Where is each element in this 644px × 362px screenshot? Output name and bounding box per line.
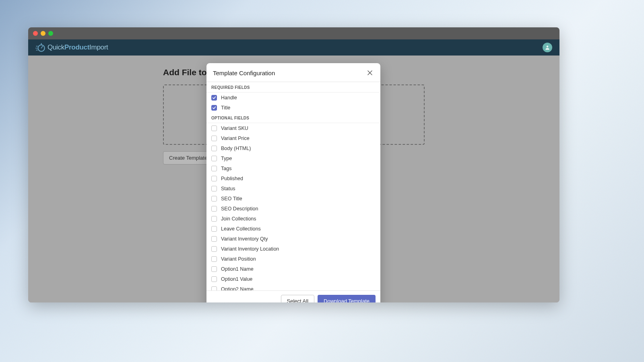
window-title-bar xyxy=(28,27,559,39)
required-field-label: Title xyxy=(221,105,230,111)
optional-fields-header: OPTIONAL FIELDS xyxy=(206,113,380,123)
minimize-window-button[interactable] xyxy=(41,31,45,36)
brand-logo[interactable]: QuickProductImport xyxy=(35,42,108,53)
user-icon xyxy=(545,45,550,50)
optional-field-label: Variant Price xyxy=(221,136,250,141)
modal-header: Template Configuration xyxy=(206,63,380,82)
optional-field-checkbox[interactable] xyxy=(211,146,217,151)
app-body: Add File to B Create Template Template C… xyxy=(28,56,559,302)
stopwatch-icon xyxy=(35,42,46,53)
optional-field-row[interactable]: Variant Price xyxy=(206,133,380,143)
optional-field-label: Option1 Value xyxy=(221,276,252,282)
svg-point-6 xyxy=(547,45,549,47)
optional-field-checkbox[interactable] xyxy=(211,156,217,161)
optional-field-row[interactable]: Option1 Value xyxy=(206,274,380,284)
close-icon xyxy=(367,70,373,76)
close-window-button[interactable] xyxy=(33,31,38,36)
optional-field-row[interactable]: Join Collections xyxy=(206,214,380,224)
modal-title: Template Configuration xyxy=(213,70,275,76)
optional-field-checkbox[interactable] xyxy=(211,166,217,171)
optional-field-row[interactable]: Body (HTML) xyxy=(206,143,380,153)
optional-field-row[interactable]: Variant Inventory Qty xyxy=(206,234,380,244)
optional-field-row[interactable]: Option1 Name xyxy=(206,264,380,274)
optional-field-checkbox[interactable] xyxy=(211,216,217,222)
optional-field-row[interactable]: Variant SKU xyxy=(206,123,380,133)
optional-field-checkbox[interactable] xyxy=(211,136,217,141)
maximize-window-button[interactable] xyxy=(48,31,53,36)
download-template-button[interactable]: Download Template xyxy=(318,295,376,302)
optional-field-checkbox[interactable] xyxy=(211,206,217,212)
optional-field-row[interactable]: Published xyxy=(206,173,380,183)
svg-line-1 xyxy=(41,46,43,48)
optional-field-row[interactable]: Type xyxy=(206,153,380,163)
optional-field-row[interactable]: Tags xyxy=(206,163,380,173)
optional-field-checkbox[interactable] xyxy=(211,186,217,191)
optional-field-label: Published xyxy=(221,176,243,181)
modal-body[interactable]: REQUIRED FIELDS HandleTitle OPTIONAL FIE… xyxy=(206,82,380,290)
optional-field-label: Body (HTML) xyxy=(221,146,251,151)
app-header: QuickProductImport xyxy=(28,39,559,56)
optional-field-label: Type xyxy=(221,156,232,161)
optional-field-row[interactable]: Variant Inventory Location xyxy=(206,244,380,254)
modal-footer: Select All Download Template xyxy=(206,290,380,302)
select-all-button[interactable]: Select All xyxy=(281,295,314,302)
optional-field-label: Tags xyxy=(221,166,231,171)
optional-field-checkbox[interactable] xyxy=(211,266,217,272)
required-field-checkbox[interactable] xyxy=(211,95,217,101)
check-icon xyxy=(212,96,216,100)
modal-close-button[interactable] xyxy=(366,69,374,77)
required-fields-header: REQUIRED FIELDS xyxy=(206,82,380,93)
optional-field-row[interactable]: Leave Collections xyxy=(206,224,380,234)
brand-text: QuickProductImport xyxy=(47,43,108,51)
browser-window: QuickProductImport Add File to B Create … xyxy=(28,27,559,302)
optional-field-row[interactable]: SEO Description xyxy=(206,204,380,214)
optional-field-checkbox[interactable] xyxy=(211,276,217,282)
optional-field-checkbox[interactable] xyxy=(211,226,217,232)
optional-field-row[interactable]: SEO Title xyxy=(206,193,380,204)
optional-field-checkbox[interactable] xyxy=(211,176,217,181)
create-template-button[interactable]: Create Template xyxy=(163,151,213,165)
optional-field-label: Leave Collections xyxy=(221,226,261,232)
optional-field-row[interactable]: Status xyxy=(206,183,380,193)
required-field-checkbox[interactable] xyxy=(211,105,217,111)
template-config-modal: Template Configuration REQUIRED FIELDS H… xyxy=(206,63,380,302)
optional-field-label: Status xyxy=(221,186,235,191)
required-field-row[interactable]: Handle xyxy=(206,93,380,103)
optional-field-row[interactable]: Option2 Name xyxy=(206,284,380,290)
optional-field-checkbox[interactable] xyxy=(211,286,217,291)
optional-field-label: SEO Description xyxy=(221,206,258,212)
optional-field-checkbox[interactable] xyxy=(211,125,217,131)
optional-field-checkbox[interactable] xyxy=(211,256,217,262)
optional-field-label: Option2 Name xyxy=(221,286,254,291)
optional-field-label: Join Collections xyxy=(221,216,256,222)
optional-field-checkbox[interactable] xyxy=(211,196,217,202)
required-field-row[interactable]: Title xyxy=(206,103,380,113)
avatar[interactable] xyxy=(543,43,552,52)
optional-field-label: Option1 Name xyxy=(221,266,254,272)
required-field-label: Handle xyxy=(221,95,237,101)
optional-field-label: Variant Inventory Qty xyxy=(221,236,268,242)
optional-field-checkbox[interactable] xyxy=(211,236,217,242)
optional-field-label: Variant Inventory Location xyxy=(221,246,279,252)
optional-field-label: Variant Position xyxy=(221,256,256,262)
optional-field-checkbox[interactable] xyxy=(211,246,217,252)
check-icon xyxy=(212,106,216,110)
optional-field-label: SEO Title xyxy=(221,196,242,202)
optional-field-label: Variant SKU xyxy=(221,125,248,131)
optional-field-row[interactable]: Variant Position xyxy=(206,254,380,264)
